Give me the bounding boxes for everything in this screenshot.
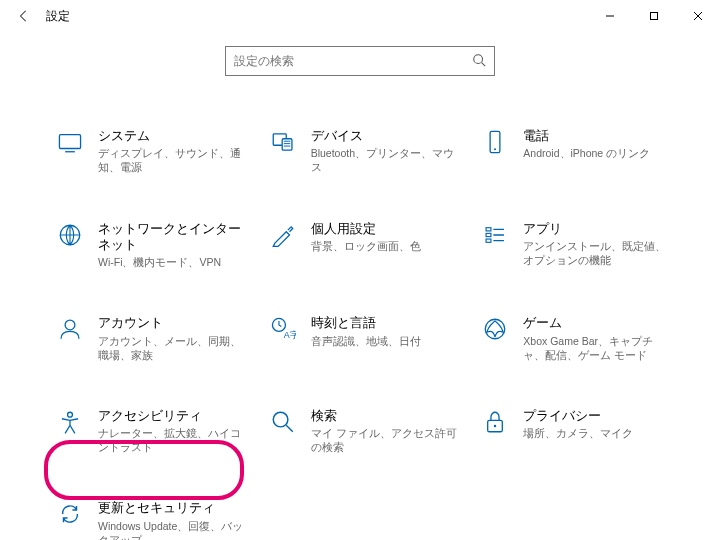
tile-title: アプリ (523, 221, 670, 237)
svg-rect-9 (486, 233, 491, 236)
svg-point-18 (494, 425, 496, 427)
tile-desc: Wi-Fi、機内モード、VPN (98, 255, 245, 269)
tile-title: 時刻と言語 (311, 315, 458, 331)
svg-point-6 (494, 148, 496, 150)
svg-text:A字: A字 (283, 330, 295, 340)
titlebar: 設定 (0, 0, 720, 32)
phone-icon (481, 128, 509, 156)
tile-desc: マイ ファイル、アクセス許可の検索 (311, 426, 458, 454)
time-language-icon: A字 (269, 315, 297, 343)
tile-title: 個人用設定 (311, 221, 458, 237)
tile-system[interactable]: システム ディスプレイ、サウンド、通知、電源 (54, 124, 247, 179)
close-button[interactable] (676, 0, 720, 32)
svg-point-1 (474, 54, 483, 63)
tile-title: アクセシビリティ (98, 408, 245, 424)
tile-accounts[interactable]: アカウント アカウント、メール、同期、職場、家族 (54, 311, 247, 366)
tile-desc: ディスプレイ、サウンド、通知、電源 (98, 146, 245, 174)
svg-point-11 (65, 320, 75, 330)
tile-title: ゲーム (523, 315, 670, 331)
tile-privacy[interactable]: プライバシー 場所、カメラ、マイク (479, 404, 672, 459)
tile-personalization[interactable]: 個人用設定 背景、ロック画面、色 (267, 217, 460, 274)
tile-update-security[interactable]: 更新とセキュリティ Windows Update、回復、バックアップ (54, 496, 247, 540)
search-category-icon (269, 408, 297, 436)
tile-title: 電話 (523, 128, 670, 144)
svg-rect-4 (282, 139, 292, 150)
back-button[interactable] (8, 0, 40, 32)
search-input[interactable] (234, 54, 472, 68)
window-title: 設定 (46, 8, 70, 25)
settings-grid: システム ディスプレイ、サウンド、通知、電源 デバイス Bluetooth、プリ… (0, 76, 720, 540)
tile-title: プライバシー (523, 408, 670, 424)
apps-icon (481, 221, 509, 249)
tile-desc: 背景、ロック画面、色 (311, 239, 458, 253)
gaming-icon (481, 315, 509, 343)
tile-time-language[interactable]: A字 時刻と言語 音声認識、地域、日付 (267, 311, 460, 366)
tile-title: 更新とセキュリティ (98, 500, 245, 516)
maximize-button[interactable] (632, 0, 676, 32)
tile-desc: Windows Update、回復、バックアップ (98, 519, 245, 540)
update-icon (56, 500, 84, 528)
svg-point-16 (273, 412, 288, 427)
svg-rect-10 (486, 239, 491, 242)
search-icon (472, 53, 486, 70)
tile-title: システム (98, 128, 245, 144)
tile-desc: 場所、カメラ、マイク (523, 426, 670, 440)
tile-desc: アカウント、メール、同期、職場、家族 (98, 334, 245, 362)
tile-phone[interactable]: 電話 Android、iPhone のリンク (479, 124, 672, 179)
accounts-icon (56, 315, 84, 343)
tile-desc: ナレーター、拡大鏡、ハイコントラスト (98, 426, 245, 454)
tile-title: アカウント (98, 315, 245, 331)
svg-rect-8 (486, 227, 491, 230)
tile-desc: アンインストール、既定値、オプションの機能 (523, 239, 670, 267)
svg-point-15 (68, 412, 73, 417)
tile-gaming[interactable]: ゲーム Xbox Game Bar、キャプチャ、配信、ゲーム モード (479, 311, 672, 366)
tile-apps[interactable]: アプリ アンインストール、既定値、オプションの機能 (479, 217, 672, 274)
personalization-icon (269, 221, 297, 249)
system-icon (56, 128, 84, 156)
search-box[interactable] (225, 46, 495, 76)
tile-title: 検索 (311, 408, 458, 424)
tile-network[interactable]: ネットワークとインターネット Wi-Fi、機内モード、VPN (54, 217, 247, 274)
tile-desc: Bluetooth、プリンター、マウス (311, 146, 458, 174)
tile-desc: Xbox Game Bar、キャプチャ、配信、ゲーム モード (523, 334, 670, 362)
accessibility-icon (56, 408, 84, 436)
tile-desc: Android、iPhone のリンク (523, 146, 670, 160)
tile-title: デバイス (311, 128, 458, 144)
tile-title: ネットワークとインターネット (98, 221, 245, 254)
tile-desc: 音声認識、地域、日付 (311, 334, 458, 348)
tile-devices[interactable]: デバイス Bluetooth、プリンター、マウス (267, 124, 460, 179)
tile-search[interactable]: 検索 マイ ファイル、アクセス許可の検索 (267, 404, 460, 459)
svg-rect-0 (651, 13, 658, 20)
search-container (0, 46, 720, 76)
tile-accessibility[interactable]: アクセシビリティ ナレーター、拡大鏡、ハイコントラスト (54, 404, 247, 459)
devices-icon (269, 128, 297, 156)
svg-rect-2 (59, 135, 80, 149)
minimize-button[interactable] (588, 0, 632, 32)
network-icon (56, 221, 84, 249)
window-controls (588, 0, 720, 32)
privacy-icon (481, 408, 509, 436)
